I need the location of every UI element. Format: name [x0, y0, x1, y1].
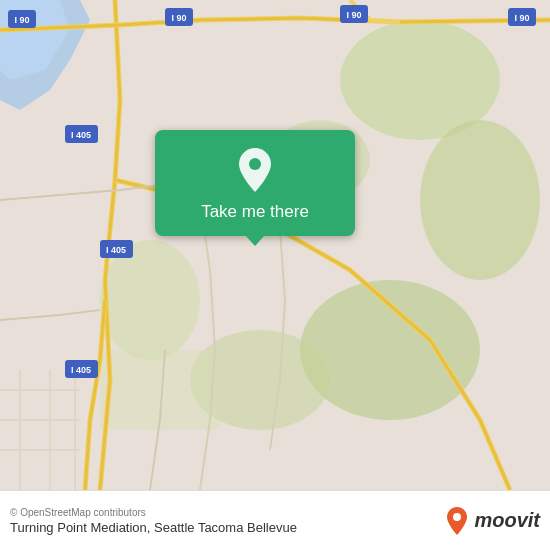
svg-point-22 [249, 158, 261, 170]
take-me-there-button[interactable]: Take me there [155, 130, 355, 236]
svg-text:I 90: I 90 [14, 15, 29, 25]
svg-text:I 90: I 90 [514, 13, 529, 23]
svg-text:I 90: I 90 [171, 13, 186, 23]
moovit-brand-name: moovit [474, 509, 540, 532]
footer: © OpenStreetMap contributors Turning Poi… [0, 490, 550, 550]
map-svg: I 90 I 90 I 90 I 90 I 405 I 405 I 405 [0, 0, 550, 490]
map-container: I 90 I 90 I 90 I 90 I 405 I 405 I 405 Ta… [0, 0, 550, 490]
svg-point-2 [420, 120, 540, 280]
moovit-logo: moovit [446, 507, 540, 535]
moovit-pin-icon [446, 507, 468, 535]
take-me-there-label: Take me there [201, 202, 309, 222]
location-label: Turning Point Mediation, Seattle Tacoma … [10, 520, 297, 535]
footer-info: © OpenStreetMap contributors Turning Poi… [10, 507, 297, 535]
svg-text:I 90: I 90 [346, 10, 361, 20]
location-pin-icon [237, 148, 273, 192]
svg-text:I 405: I 405 [106, 245, 126, 255]
osm-attribution: © OpenStreetMap contributors [10, 507, 297, 518]
svg-point-3 [300, 280, 480, 420]
svg-point-23 [453, 513, 461, 521]
svg-text:I 405: I 405 [71, 130, 91, 140]
svg-text:I 405: I 405 [71, 365, 91, 375]
